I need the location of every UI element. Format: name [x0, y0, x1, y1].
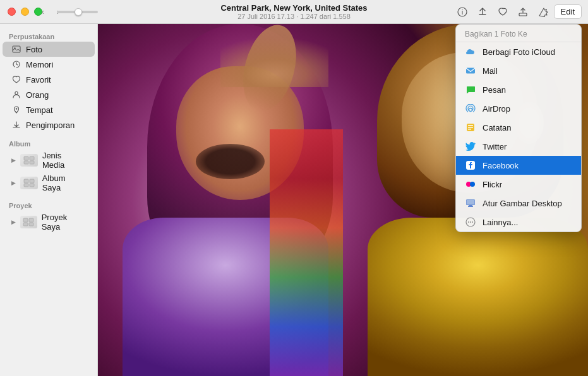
- sidebar-item-foto-label: Foto: [26, 45, 42, 54]
- share-menu-facebook[interactable]: Facebook: [456, 156, 581, 175]
- minimize-button[interactable]: [21, 8, 29, 16]
- svg-point-5: [15, 91, 18, 94]
- share-menu-pesan[interactable]: Pesan: [456, 80, 581, 99]
- memori-icon: [11, 59, 21, 69]
- sidebar-item-memori[interactable]: Memori: [3, 57, 95, 72]
- svg-rect-17: [23, 223, 28, 226]
- svg-rect-10: [30, 161, 34, 164]
- svg-point-6: [16, 108, 17, 109]
- sidebar-item-proyek-saya[interactable]: ▶ Proyek Saya: [3, 211, 95, 233]
- proyek-label: Proyek: [0, 199, 97, 211]
- svg-point-34: [470, 221, 471, 223]
- album-label: Album: [0, 138, 97, 149]
- sidebar-item-jenis-media-label: Jenis Media: [42, 151, 86, 170]
- photo-area: Bagikan 1 Foto Ke Berbagi Foto iCloud: [98, 24, 588, 376]
- lainnya-icon: [465, 216, 476, 228]
- sidebar-item-orang[interactable]: Orang: [3, 87, 95, 102]
- sidebar-item-album-saya-label: Album Saya: [42, 173, 86, 192]
- album-saya-icon: [20, 177, 38, 189]
- edit-enhance-button[interactable]: [534, 4, 553, 20]
- svg-rect-19: [466, 68, 475, 74]
- svg-point-27: [470, 182, 475, 187]
- share-dropdown-header: Bagikan 1 Foto Ke: [456, 25, 581, 42]
- share-icloud-label: Berbagi Foto iCloud: [483, 47, 555, 57]
- svg-rect-15: [23, 218, 28, 222]
- upload-button[interactable]: [513, 4, 532, 20]
- jenis-media-icon: [20, 154, 38, 167]
- close-button[interactable]: [8, 8, 16, 16]
- favorite-button[interactable]: [493, 4, 512, 20]
- pesan-icon: [465, 84, 476, 95]
- svg-rect-12: [30, 179, 34, 183]
- proyek-saya-arrow: ▶: [11, 219, 16, 225]
- share-menu-catatan[interactable]: Catatan: [456, 118, 581, 137]
- tempat-icon: [11, 105, 21, 115]
- svg-rect-31: [468, 206, 473, 208]
- svg-point-33: [468, 221, 469, 223]
- share-pesan-label: Pesan: [483, 85, 506, 95]
- svg-text:i: i: [461, 9, 462, 16]
- svg-point-20: [469, 109, 472, 112]
- titlebar: ‹ › Central Park, New York, United State…: [0, 0, 588, 24]
- share-facebook-label: Facebook: [483, 161, 519, 170]
- share-dropdown: Bagikan 1 Foto Ke Berbagi Foto iCloud: [455, 24, 582, 232]
- share-menu-icloud[interactable]: Berbagi Foto iCloud: [456, 42, 581, 61]
- sidebar-item-tempat[interactable]: Tempat: [3, 102, 95, 117]
- desktop-icon: [465, 197, 476, 209]
- svg-rect-16: [29, 218, 33, 222]
- share-menu-lainnya[interactable]: Lainnya...: [456, 213, 581, 232]
- sidebar-item-jenis-media[interactable]: ▶ Jenis Media: [3, 149, 95, 172]
- share-menu-airdrop[interactable]: AirDrop: [456, 99, 581, 118]
- svg-rect-11: [24, 179, 28, 183]
- svg-rect-7: [24, 156, 28, 160]
- svg-rect-13: [24, 184, 28, 187]
- svg-rect-2: [519, 13, 527, 16]
- share-menu-twitter[interactable]: Twitter: [456, 137, 581, 156]
- sidebar-item-tempat-label: Tempat: [26, 105, 53, 115]
- jenis-media-arrow: ▶: [11, 157, 16, 163]
- share-desktop-label: Atur Gambar Desktop: [483, 199, 562, 208]
- svg-rect-30: [469, 205, 472, 206]
- svg-rect-24: [468, 129, 471, 130]
- info-button[interactable]: i: [453, 4, 472, 20]
- share-twitter-label: Twitter: [483, 142, 507, 151]
- share-menu-desktop[interactable]: Atur Gambar Desktop: [456, 194, 581, 213]
- titlebar-actions: i Edit: [453, 4, 582, 20]
- back-button[interactable]: ‹: [37, 6, 49, 18]
- foto-icon: [11, 44, 21, 54]
- sidebar-item-pengimporan[interactable]: Pengimporan: [3, 117, 95, 132]
- svg-rect-18: [29, 223, 33, 226]
- share-menu-flickr[interactable]: Flickr: [456, 175, 581, 194]
- perpustakaan-label: Perpustakaan: [0, 30, 97, 42]
- share-catatan-label: Catatan: [483, 123, 512, 132]
- flickr-icon: [465, 179, 476, 190]
- sidebar-item-favorit[interactable]: Favorit: [3, 72, 95, 87]
- twitter-icon: [465, 141, 476, 152]
- sidebar-item-album-saya[interactable]: ▶ Album Saya: [3, 172, 95, 194]
- sidebar-item-proyek-saya-label: Proyek Saya: [42, 213, 86, 232]
- catatan-icon: [465, 122, 476, 133]
- sidebar-item-memori-label: Memori: [26, 60, 53, 69]
- photo-subtitle: 27 Juli 2016 17.13 · 1.247 dari 1.558: [220, 13, 367, 20]
- share-menu-mail[interactable]: Mail: [456, 61, 581, 80]
- svg-rect-9: [24, 161, 28, 164]
- sidebar-item-orang-label: Orang: [26, 90, 49, 100]
- sidebar-item-pengimporan-label: Pengimporan: [26, 120, 75, 130]
- edit-button[interactable]: Edit: [554, 4, 582, 19]
- facebook-icon: [465, 160, 476, 171]
- proyek-saya-icon: [20, 216, 37, 228]
- share-airdrop-label: AirDrop: [483, 104, 510, 114]
- share-mail-label: Mail: [483, 66, 498, 76]
- svg-point-35: [472, 221, 473, 223]
- sidebar-item-foto[interactable]: Foto: [3, 42, 95, 57]
- share-button[interactable]: [473, 4, 492, 20]
- main-content: Perpustakaan Foto Memori: [0, 24, 588, 376]
- svg-rect-14: [30, 184, 34, 187]
- titlebar-info: Central Park, New York, United States 27…: [220, 3, 367, 20]
- airdrop-icon: [465, 103, 476, 114]
- share-lainnya-label: Lainnya...: [483, 218, 518, 227]
- mail-icon: [465, 65, 476, 76]
- zoom-slider[interactable]: [57, 11, 98, 13]
- icloud-icon: [465, 46, 476, 57]
- orang-icon: [11, 90, 21, 100]
